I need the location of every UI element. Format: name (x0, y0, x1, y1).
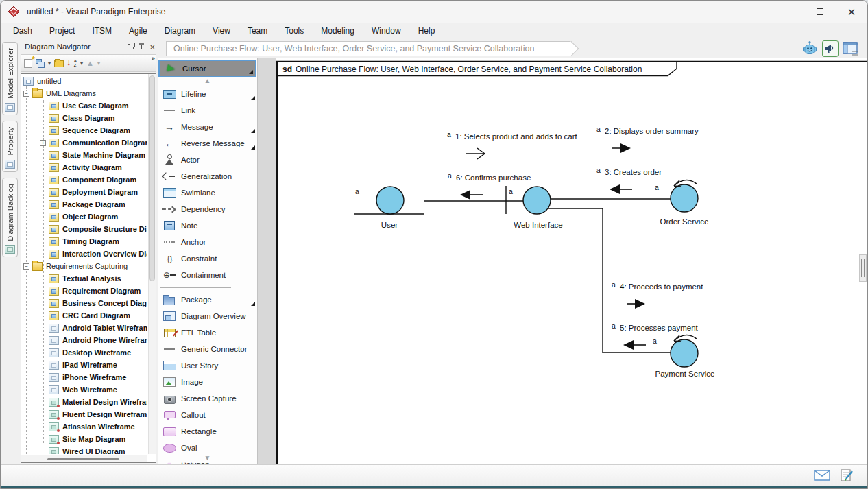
tool-item[interactable]: Dependency (158, 201, 257, 217)
scrollbar-thumb[interactable] (149, 75, 155, 281)
tree-item[interactable]: Deployment Diagram (22, 186, 147, 198)
menu-item[interactable]: Agile (129, 26, 147, 36)
tool-item[interactable] (158, 283, 257, 291)
maximize-button[interactable] (804, 1, 836, 23)
sd-frame-label[interactable]: sd Online Purchase Flow: User, Web Inter… (278, 62, 677, 76)
tree-item[interactable]: Site Map Diagram (22, 433, 147, 445)
tool-item[interactable]: Swimlane (158, 184, 257, 201)
message-1[interactable]: a 1: Selects product and adds to cart (447, 130, 578, 159)
tree-item[interactable]: Requirements Capturing (22, 260, 147, 272)
menu-item[interactable]: Diagram (165, 26, 195, 36)
tree-vertical-scrollbar[interactable] (148, 74, 156, 454)
dropdown-caret-icon[interactable]: ▾ (48, 60, 51, 67)
menu-item[interactable]: Window (372, 26, 401, 36)
tree-item[interactable]: iPhone Wireframe (22, 371, 147, 383)
tree-item[interactable]: Atlassian Wireframe (22, 420, 147, 433)
node-web-interface[interactable]: a Web Interface (509, 187, 563, 229)
dropdown-caret-icon[interactable]: ▾ (97, 60, 100, 67)
tree-item[interactable]: Interaction Overview Diagram (22, 248, 147, 260)
tree-item[interactable]: Business Concept Diagram (22, 297, 147, 309)
side-tab[interactable]: Model Explorer (2, 42, 18, 115)
tree-item[interactable]: Class Diagram (22, 112, 147, 124)
side-tab[interactable]: Diagram Backlog (2, 178, 18, 258)
tree-item[interactable]: Sequence Diagram (22, 124, 147, 136)
diagram-canvas[interactable]: sd Online Purchase Flow: User, Web Inter… (276, 58, 868, 464)
menu-item[interactable]: Tools (285, 26, 304, 36)
tool-item[interactable]: Generalization (158, 168, 257, 184)
menu-item[interactable]: Team (248, 26, 267, 36)
tool-item[interactable]: Containment (158, 267, 257, 283)
tool-item[interactable]: Package (158, 291, 257, 308)
menu-item[interactable]: Project (49, 26, 75, 36)
tree-item[interactable]: Material Design Wireframe (22, 396, 147, 408)
tree-expander[interactable] (40, 140, 46, 146)
tree-item[interactable]: Timing Diagram (22, 235, 147, 248)
tool-item[interactable]: Actor (158, 152, 257, 168)
assistant-robot-icon[interactable] (801, 40, 818, 57)
tree-expander[interactable] (23, 91, 29, 97)
tree-item[interactable]: UML Diagrams (22, 87, 147, 99)
message-6[interactable]: a 6: Confirms purchase (448, 171, 531, 200)
messages-envelope-icon[interactable] (814, 470, 830, 484)
tree-item[interactable]: Fluent Design Wireframe (22, 408, 147, 420)
node-order-service[interactable]: a Order Service (655, 180, 708, 226)
menu-item[interactable]: Dash (13, 26, 32, 36)
edit-document-icon[interactable] (840, 468, 854, 485)
tool-item[interactable]: Callout (158, 407, 257, 423)
tool-item[interactable]: Message (158, 119, 257, 135)
new-diagram-button[interactable] (24, 59, 32, 68)
palette-scroll-down-icon[interactable]: ▼ (158, 455, 257, 463)
tool-item[interactable]: Reverse Message (158, 135, 257, 152)
tree-item[interactable]: Communication Diagram (22, 136, 147, 149)
tool-item[interactable]: Anchor (158, 234, 257, 250)
tool-cursor[interactable]: Cursor (158, 60, 256, 77)
sort-button[interactable] (67, 58, 77, 68)
menu-item[interactable]: ITSM (92, 26, 112, 36)
tool-item[interactable]: Link (158, 102, 257, 119)
tree-item[interactable]: Desktop Wireframe (22, 346, 147, 359)
tool-item[interactable]: Image (158, 374, 257, 390)
message-3[interactable]: a 3: Creates order (596, 166, 662, 194)
close-panel-icon[interactable]: × (149, 43, 155, 51)
close-button[interactable]: ✕ (836, 1, 867, 23)
float-panel-icon[interactable] (128, 44, 134, 49)
collapse-all-button[interactable]: ▲ (86, 60, 94, 67)
node-payment-service[interactable]: Payment Service (655, 335, 715, 378)
tool-item[interactable]: Note (158, 217, 257, 234)
tree-item[interactable]: Package Diagram (22, 198, 147, 211)
menu-item[interactable]: Help (418, 26, 435, 36)
message-2[interactable]: a 2: Displays order summary (596, 125, 699, 153)
minimize-button[interactable] (773, 1, 804, 23)
message-4[interactable]: a 4: Proceeds to payment (612, 281, 703, 309)
node-user[interactable]: a User (354, 187, 424, 229)
dropdown-caret-icon[interactable]: ▾ (80, 60, 83, 67)
tree-item[interactable]: Wired UI Diagram (22, 445, 147, 454)
panel-splitter-handle[interactable] (859, 254, 867, 282)
menu-item[interactable]: View (213, 26, 230, 36)
announcement-megaphone-icon[interactable] (822, 40, 839, 57)
tree-item[interactable]: State Machine Diagram (22, 149, 147, 161)
tool-item[interactable]: User Story (158, 357, 257, 374)
tree-item[interactable]: CRC Card Diagram (22, 309, 147, 322)
breadcrumb[interactable]: Online Purchase Flow: User, Web Interfac… (166, 41, 572, 56)
side-tab[interactable]: Property (2, 121, 18, 172)
tree-item[interactable]: Component Diagram (22, 174, 147, 186)
tool-item[interactable]: Screen Capture (158, 390, 257, 407)
tree-item[interactable]: Textual Analysis (22, 272, 147, 285)
pin-panel-icon[interactable] (138, 43, 145, 50)
open-folder-button[interactable] (54, 59, 64, 67)
tree-item[interactable]: Composite Structure Diagram (22, 223, 147, 235)
palette-collapse-up-icon[interactable]: ▲ (158, 77, 257, 86)
layout-panel-icon[interactable] (843, 40, 859, 57)
tree-expander[interactable] (23, 263, 29, 270)
tree-item[interactable]: Use Case Diagram (22, 99, 147, 112)
tree-item[interactable]: Activity Diagram (22, 161, 147, 174)
scrollbar-thumb[interactable] (47, 458, 119, 460)
tool-item[interactable]: Generic Connector (158, 341, 257, 357)
tool-item[interactable]: Rectangle (158, 423, 257, 440)
tree-item[interactable]: iPad Wireframe (22, 359, 147, 371)
tree-item[interactable]: Android Phone Wireframe (22, 334, 147, 346)
tool-item[interactable]: ETL Table (158, 324, 257, 341)
tool-item[interactable]: Diagram Overview (158, 308, 257, 324)
model-structure-button[interactable] (36, 59, 45, 68)
